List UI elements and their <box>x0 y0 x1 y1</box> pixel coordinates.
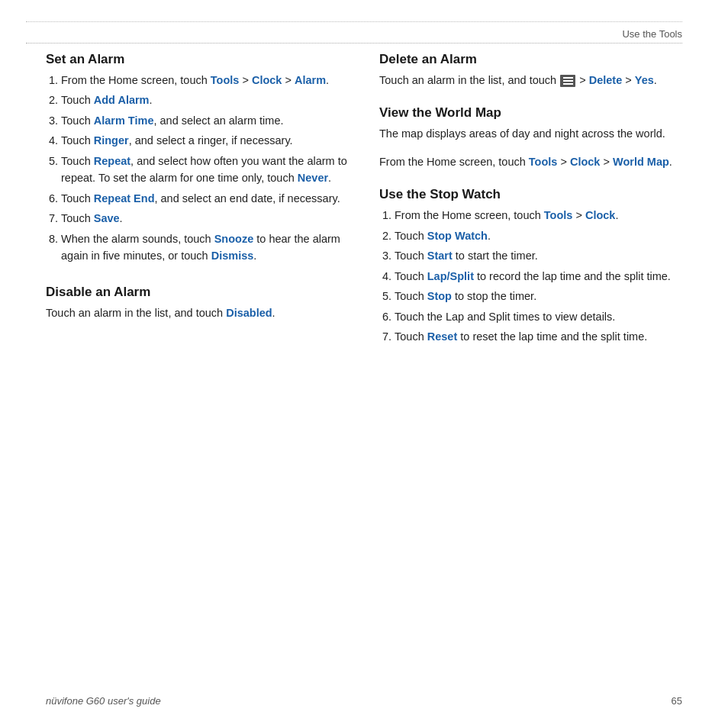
stop-watch-step-5: Touch Stop to stop the timer. <box>395 288 682 304</box>
start-link[interactable]: Start <box>427 250 453 262</box>
view-world-map-title: View the World Map <box>379 105 682 121</box>
stop-watch-step-2: Touch Stop Watch. <box>395 227 682 244</box>
stop-watch-step-7: Touch Reset to reset the lap time and th… <box>395 328 682 345</box>
stop-watch-step-1: From the Home screen, touch Tools > Cloc… <box>395 207 682 224</box>
set-alarm-step-8: When the alarm sounds, touch Snooze to h… <box>61 230 349 265</box>
alarm-time-link[interactable]: Alarm Time <box>94 114 154 127</box>
footer-right: 65 <box>672 695 682 707</box>
header-text: Use the Tools <box>622 28 682 40</box>
delete-alarm-body: Touch an alarm in the list, and touch > … <box>379 72 682 89</box>
set-alarm-section: Set an Alarm From the Home screen, touch… <box>46 52 349 268</box>
disable-alarm-section: Disable an Alarm Touch an alarm in the l… <box>46 285 349 321</box>
menu-icon <box>560 75 575 87</box>
dismiss-link[interactable]: Dismiss <box>211 250 254 262</box>
delete-alarm-section: Delete an Alarm Touch an alarm in the li… <box>379 52 682 89</box>
stop-link[interactable]: Stop <box>427 290 452 302</box>
content-area: Set an Alarm From the Home screen, touch… <box>46 52 682 682</box>
view-world-map-body2: From the Home screen, touch Tools > Cloc… <box>379 153 682 170</box>
world-map-link[interactable]: World Map <box>613 156 669 168</box>
lap-split-link[interactable]: Lap/Split <box>427 270 474 282</box>
clock-link-1[interactable]: Clock <box>252 74 282 86</box>
view-world-map-section: View the World Map The map displays area… <box>379 105 682 170</box>
repeat-end-link[interactable]: Repeat End <box>94 192 155 205</box>
set-alarm-step-1: From the Home screen, touch Tools > Cloc… <box>61 72 349 89</box>
clock-link-2[interactable]: Clock <box>570 156 601 168</box>
repeat-link[interactable]: Repeat <box>94 155 130 167</box>
never-link[interactable]: Never <box>298 172 328 184</box>
snooze-link[interactable]: Snooze <box>214 233 254 245</box>
footer-left: nüvifone G60 user's guide <box>46 695 161 707</box>
stop-watch-link[interactable]: Stop Watch <box>427 230 488 242</box>
disabled-link[interactable]: Disabled <box>226 307 272 319</box>
set-alarm-title: Set an Alarm <box>46 52 349 67</box>
set-alarm-step-3: Touch Alarm Time, and select an alarm ti… <box>61 112 349 129</box>
clock-link-3[interactable]: Clock <box>585 209 616 221</box>
delete-alarm-title: Delete an Alarm <box>379 52 682 67</box>
disable-alarm-title: Disable an Alarm <box>46 285 349 300</box>
right-column: Delete an Alarm Touch an alarm in the li… <box>379 52 682 682</box>
page-header: Use the Tools <box>26 21 682 43</box>
save-link[interactable]: Save <box>94 212 120 224</box>
set-alarm-step-4: Touch Ringer, and select a ringer, if ne… <box>61 132 349 149</box>
view-world-map-body1: The map displays areas of day and night … <box>379 125 682 142</box>
yes-link[interactable]: Yes <box>635 74 654 86</box>
delete-link[interactable]: Delete <box>589 74 623 86</box>
set-alarm-step-2: Touch Add Alarm. <box>61 92 349 108</box>
stop-watch-section: Use the Stop Watch From the Home screen,… <box>379 187 682 348</box>
stop-watch-title: Use the Stop Watch <box>379 187 682 202</box>
set-alarm-step-7: Touch Save. <box>61 210 349 227</box>
stop-watch-step-4: Touch Lap/Split to record the lap time a… <box>395 268 682 285</box>
set-alarm-step-5: Touch Repeat, and select how often you w… <box>61 153 349 187</box>
stop-watch-step-6: Touch the Lap and Split times to view de… <box>395 308 682 325</box>
stop-watch-step-3: Touch Start to start the timer. <box>395 247 682 264</box>
disable-alarm-body: Touch an alarm in the list, and touch Di… <box>46 304 349 321</box>
ringer-link[interactable]: Ringer <box>94 134 129 147</box>
tools-link-1[interactable]: Tools <box>211 74 240 86</box>
left-column: Set an Alarm From the Home screen, touch… <box>46 52 349 682</box>
stop-watch-list: From the Home screen, touch Tools > Cloc… <box>379 207 682 345</box>
page-footer: nüvifone G60 user's guide 65 <box>46 695 682 707</box>
alarm-link[interactable]: Alarm <box>295 74 326 86</box>
reset-link[interactable]: Reset <box>427 330 458 343</box>
tools-link-2[interactable]: Tools <box>529 156 558 168</box>
tools-link-3[interactable]: Tools <box>544 209 573 221</box>
set-alarm-list: From the Home screen, touch Tools > Cloc… <box>46 72 349 265</box>
set-alarm-step-6: Touch Repeat End, and select an end date… <box>61 190 349 207</box>
add-alarm-link[interactable]: Add Alarm <box>94 94 150 106</box>
